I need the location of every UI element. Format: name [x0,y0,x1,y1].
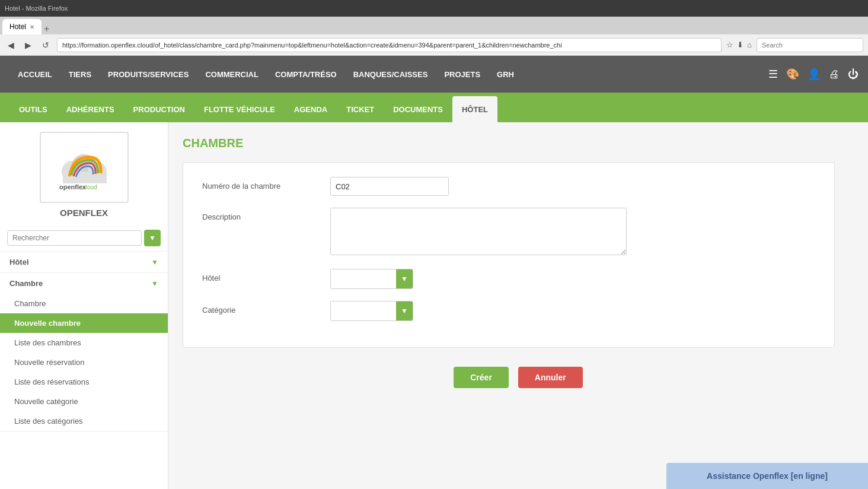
top-nav: ACCUEIL TIERS PRODUITS/SERVICES COMMERCI… [0,56,868,93]
nav-hotel[interactable]: HÔTEL [452,96,497,122]
numero-label: Numéro de la chambre [202,177,321,190]
sidebar-search-input[interactable] [7,230,142,246]
nav-flotte[interactable]: FLOTTE VÉHICULE [194,96,285,122]
numero-row: Numéro de la chambre [202,177,815,196]
tab-label: Hotel [9,23,26,31]
hotel-select-wrap: ▼ [330,269,413,289]
nav-grh[interactable]: GRH [489,56,522,93]
nav-banques[interactable]: BANQUES/CAISSES [345,56,436,93]
nav-adherents[interactable]: ADHÉRENTS [57,96,124,122]
hotel-label: Hôtel [202,269,321,282]
browser-bar: Hotel - Mozilla Firefox [0,0,868,17]
hotel-select[interactable] [331,269,396,288]
nav-tiers[interactable]: TIERS [60,56,100,93]
hotel-row: Hôtel ▼ [202,269,815,289]
reload-button[interactable]: ↺ [39,39,52,51]
browser-toolbar-icons: ☆ ⬇ ⌂ [726,40,752,49]
nav-ticket[interactable]: TICKET [337,96,384,122]
sidebar-item-nouvelle-reservation[interactable]: Nouvelle réservation [0,353,168,372]
sidebar-chambre-label: Chambre [9,279,43,288]
sidebar-chambre-chevron: ▼ [151,280,158,288]
url-input[interactable] [57,38,722,52]
nav-commercial[interactable]: COMMERCIAL [197,56,267,93]
categorie-label: Catégorie [202,301,321,315]
second-nav: OUTILS ADHÉRENTS PRODUCTION FLOTTE VÉHIC… [0,93,868,122]
categorie-row: Catégorie ▼ [202,301,815,321]
sidebar-item-liste-chambres[interactable]: Liste des chambres [0,333,168,353]
assistance-label: Assistance Openflex [en ligne] [707,471,828,481]
back-button[interactable]: ◀ [5,39,17,51]
brand-name: OPENFLEX [60,208,108,218]
nav-agenda[interactable]: AGENDA [285,96,337,122]
nav-projets[interactable]: PROJETS [436,56,489,93]
description-textarea[interactable] [330,208,627,255]
categorie-select[interactable] [331,301,396,320]
form-card: Numéro de la chambre Description Hôtel [183,162,835,348]
create-button[interactable]: Créer [454,367,509,388]
hotel-control: ▼ [330,269,815,289]
nav-compta[interactable]: COMPTA/TRÉSO [267,56,345,93]
logo-area: openflex .cloud OPENFLEX [0,122,168,225]
forward-button[interactable]: ▶ [22,39,34,51]
sidebar-hotel-header[interactable]: Hôtel ▼ [0,252,168,272]
hotel-select-arrow: ▼ [396,269,413,288]
nav-production[interactable]: PRODUCTION [124,96,194,122]
sidebar-hotel-chevron: ▼ [151,258,158,266]
palette-icon[interactable]: 🎨 [786,68,799,81]
sidebar-item-liste-categories[interactable]: Liste des catégories [0,411,168,431]
browser-search-input[interactable] [757,38,863,52]
sidebar-hotel-label: Hôtel [9,258,29,266]
logo-box: openflex .cloud [40,132,129,203]
sidebar-item-chambre[interactable]: Chambre [0,294,168,313]
page-area: CHAMBRE Numéro de la chambre Description [168,122,868,489]
app-container: ACCUEIL TIERS PRODUITS/SERVICES COMMERCI… [0,56,868,489]
home-icon[interactable]: ⌂ [747,40,752,49]
bookmark-icon[interactable]: ☆ [726,40,733,49]
nav-accueil[interactable]: ACCUEIL [9,56,60,93]
print-icon[interactable]: 🖨 [829,68,840,81]
sidebar-item-liste-reservations[interactable]: Liste des réservations [0,372,168,392]
user-icon[interactable]: 👤 [808,68,821,81]
categorie-select-wrap: ▼ [330,301,413,321]
sidebar-chambre-header[interactable]: Chambre ▼ [0,273,168,294]
sidebar: openflex .cloud OPENFLEX ▼ Hôtel ▼ [0,122,168,489]
numero-input[interactable] [330,177,449,196]
main-content: openflex .cloud OPENFLEX ▼ Hôtel ▼ [0,122,868,489]
sidebar-search: ▼ [0,225,168,252]
cancel-button[interactable]: Annuler [518,367,583,388]
sidebar-section-hotel: Hôtel ▼ [0,252,168,273]
sidebar-search-button[interactable]: ▼ [144,230,161,246]
description-label: Description [202,208,321,221]
nav-produits[interactable]: PRODUITS/SERVICES [100,56,197,93]
nav-documents[interactable]: DOCUMENTS [384,96,452,122]
tab-bar: Hotel ✕ + [0,17,868,34]
tab-close-icon[interactable]: ✕ [30,24,34,30]
numero-control [330,177,815,196]
sidebar-item-nouvelle-chambre[interactable]: Nouvelle chambre [0,313,168,333]
description-row: Description [202,208,815,257]
download-icon[interactable]: ⬇ [737,40,743,49]
menu-icon[interactable]: ☰ [768,68,778,81]
power-icon[interactable]: ⏻ [848,68,859,81]
nav-outils[interactable]: OUTILS [9,96,57,122]
page-title: CHAMBRE [183,136,854,150]
categorie-select-arrow: ▼ [396,301,413,320]
sidebar-item-nouvelle-categorie[interactable]: Nouvelle catégorie [0,392,168,411]
top-nav-right: ☰ 🎨 👤 🖨 ⏻ [768,68,859,81]
address-bar: ◀ ▶ ↺ ☆ ⬇ ⌂ [0,34,868,56]
categorie-control: ▼ [330,301,815,321]
sidebar-section-chambre: Chambre ▼ Chambre Nouvelle chambre Liste… [0,273,168,431]
assistance-bar[interactable]: Assistance Openflex [en ligne] [666,463,868,489]
svg-text:.cloud: .cloud [81,184,97,190]
btn-row: Créer Annuler [183,367,854,388]
new-tab-icon[interactable]: + [44,24,49,34]
browser-title: Hotel - Mozilla Firefox [5,5,68,12]
logo-svg: openflex .cloud [49,141,120,194]
description-control [330,208,815,257]
browser-tab[interactable]: Hotel ✕ [2,19,42,34]
